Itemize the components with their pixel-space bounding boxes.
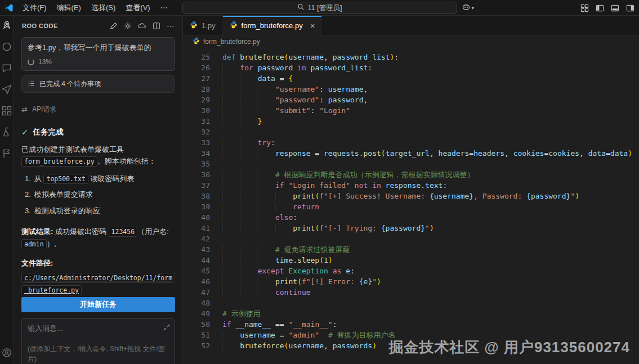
- tab-form-bruteforce[interactable]: form_bruteforce.py ×: [223, 16, 323, 35]
- code-line[interactable]: 44 time.sleep(1): [183, 255, 639, 266]
- activity-bar: [0, 16, 14, 364]
- chevron-down-icon: ▾: [472, 5, 475, 11]
- breadcrumb[interactable]: form_bruteforce.py: [183, 35, 639, 48]
- code-line[interactable]: 48: [183, 298, 639, 308]
- roo-code-panel: ROO CODE ⋯: [14, 16, 183, 364]
- panel-title: ROO CODE: [22, 23, 58, 29]
- tab-bar: 1.py form_bruteforce.py ×: [183, 16, 639, 35]
- code-line[interactable]: 31 }: [183, 116, 639, 127]
- code-line[interactable]: 45 except Exception as e:: [183, 266, 639, 276]
- send-icon[interactable]: [1, 83, 13, 95]
- search-box-text: 11 [管理员]: [308, 3, 342, 13]
- breadcrumb-filename: form_bruteforce.py: [203, 38, 260, 46]
- menu-edit[interactable]: 编辑(E): [52, 1, 86, 15]
- code-editor[interactable]: # 表单爆破逻辑 25def bruteforce(username, pass…: [183, 48, 639, 364]
- pencil-icon[interactable]: [110, 22, 118, 30]
- toggle-secondary-sidebar-icon[interactable]: [626, 4, 634, 12]
- code-line[interactable]: 51 username = "admin" # 替换为目标用户名: [183, 330, 639, 340]
- code-line[interactable]: 36 # 根据响应判断是否成功（示例逻辑，需根据实际情况调整）: [183, 169, 639, 180]
- code-line[interactable]: 46 print(f"[!] Error: {e}"): [183, 276, 639, 287]
- todo-summary[interactable]: 已完成 4 个待办事项: [21, 75, 175, 93]
- code-line[interactable]: 50if __name__ == "__main__":: [183, 319, 639, 330]
- step-text: 检测成功登录的响应: [34, 205, 100, 217]
- code-line[interactable]: 39 return: [183, 201, 639, 212]
- todo-summary-text: 已完成 4 个待办事项: [39, 79, 101, 89]
- python-icon: [193, 37, 200, 46]
- result-label: 测试结果:: [21, 227, 53, 236]
- filepath-value[interactable]: c:/Users/Administrator/Desktop/11/form_b…: [21, 272, 175, 297]
- cloud-icon[interactable]: [138, 22, 146, 30]
- list-number: 2.: [25, 189, 31, 200]
- result-text-3: ）。: [47, 240, 61, 248]
- menu-file[interactable]: 文件(F): [18, 1, 51, 15]
- input-hint-text: (@添加上下文，/输入命令, Shift+拖拽 文件/图片): [28, 344, 169, 364]
- board-icon[interactable]: [153, 22, 160, 30]
- code-line[interactable]: 43 # 避免请求过快被屏蔽: [183, 244, 639, 255]
- progress-percent: 13%: [38, 58, 52, 66]
- extensions-icon[interactable]: [1, 105, 13, 116]
- menu-view[interactable]: 查看(V): [121, 1, 154, 15]
- menu-more[interactable]: ⋯: [156, 2, 172, 14]
- editor-area: 1.py form_bruteforce.py × form_bruteforc…: [183, 16, 639, 364]
- python-icon: [190, 21, 198, 30]
- api-request-row[interactable]: ⇄ API请求: [21, 105, 175, 114]
- toggle-panel-icon[interactable]: [611, 4, 619, 12]
- code-line[interactable]: 40 else:: [183, 212, 639, 223]
- gear-icon[interactable]: [124, 22, 132, 30]
- message-input-placeholder: 输入消息...: [28, 323, 169, 334]
- sidebar-header: ROO CODE ⋯: [14, 16, 182, 36]
- code-line[interactable]: 47 continue: [183, 287, 639, 298]
- list-item: 2. 模拟表单提交请求: [25, 189, 175, 200]
- customize-layout-icon[interactable]: [580, 4, 589, 12]
- expand-icon[interactable]: [163, 323, 170, 333]
- more-actions-icon[interactable]: ⋯: [167, 22, 175, 30]
- code-line[interactable]: 25def bruteforce(username, password_list…: [183, 52, 639, 62]
- python-icon: [230, 21, 238, 30]
- code-line[interactable]: 38 print(f"[+] Success! Username: {usern…: [183, 191, 639, 201]
- test-result: 测试结果: 成功爆破出密码 123456（用户名: admin）。: [21, 226, 175, 250]
- chat-icon[interactable]: [1, 62, 13, 74]
- code-line[interactable]: 30 "submit": "Login": [183, 105, 639, 116]
- vscode-window: 文件(F) 编辑(E) 选择(S) 查看(V) ⋯ ← → 11 [管理员] ▾: [0, 0, 639, 364]
- code-line[interactable]: 29 "password": password,: [183, 95, 639, 105]
- task-complete-row: ✓ 任务完成: [21, 127, 175, 137]
- account-icon[interactable]: [1, 347, 13, 358]
- close-tab-icon[interactable]: ×: [310, 21, 315, 30]
- result-text: 成功爆破出密码: [53, 227, 108, 236]
- code-line[interactable]: 32: [183, 127, 639, 137]
- step-text: 从: [34, 174, 44, 183]
- step-text-2: 读取密码列表: [88, 174, 135, 183]
- new-task-button[interactable]: 开始新任务: [21, 297, 175, 312]
- user-task-card[interactable]: 参考1.py，帮我写一个用于爆破表单的 13%: [21, 37, 175, 71]
- swap-arrows-icon: ⇄: [21, 105, 28, 114]
- chat-area: 参考1.py，帮我写一个用于爆破表单的 13% 已完成 4 个待办事项 ⇄ AP…: [14, 36, 182, 364]
- flag-icon[interactable]: [1, 147, 13, 159]
- tab-1py[interactable]: 1.py: [183, 16, 223, 35]
- check-icon: ✓: [21, 127, 29, 137]
- code-line[interactable]: 37 if "Login failed" not in response.tex…: [183, 180, 639, 191]
- user-task-text: 参考1.py，帮我写一个用于爆破表单的: [28, 43, 169, 53]
- beaker-icon[interactable]: [1, 126, 13, 138]
- search-icon: [297, 3, 305, 12]
- circle-icon[interactable]: [1, 41, 13, 52]
- filepath-link[interactable]: c:/Users/Administrator/Desktop/11/form_b…: [21, 273, 175, 295]
- inline-code-filename: form_bruteforce.py: [21, 156, 97, 167]
- code-line[interactable]: 27 data = {: [183, 73, 639, 84]
- command-search-box[interactable]: 11 [管理员]: [182, 2, 457, 14]
- progress-spinner-icon: [28, 59, 34, 65]
- code-line[interactable]: 28 "username": username,: [183, 84, 639, 95]
- toggle-sidebar-icon[interactable]: [596, 4, 604, 12]
- code-line[interactable]: 49# 示例使用: [183, 308, 639, 319]
- code-line[interactable]: 41 print(f"[-] Trying: {password}"): [183, 223, 639, 233]
- roo-code-icon[interactable]: [1, 19, 13, 31]
- code-line[interactable]: 52 bruteforce(username, passwords): [183, 340, 639, 351]
- code-line[interactable]: 33 try:: [183, 137, 639, 148]
- menu-selection[interactable]: 选择(S): [87, 1, 120, 15]
- code-line[interactable]: 34 response = requests.post(target_url, …: [183, 148, 639, 159]
- code-line[interactable]: 42: [183, 233, 639, 244]
- code-line[interactable]: 26 for password in password_list:: [183, 62, 639, 73]
- list-item: 1. 从 top500.txt 读取密码列表: [25, 173, 175, 185]
- copilot-menu[interactable]: ▾: [462, 0, 475, 16]
- code-line[interactable]: 35: [183, 159, 639, 169]
- message-input[interactable]: 输入消息... (@添加上下文，/输入命令, Shift+拖拽 文件/图片): [21, 318, 175, 364]
